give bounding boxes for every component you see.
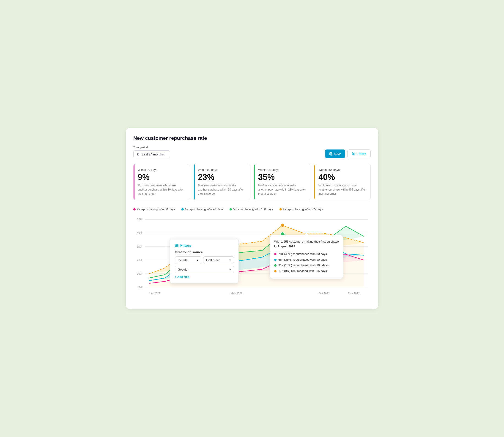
- chart-area: 50% 40% 30% 20% 10% 0% Jan 2022 May 2022…: [133, 215, 371, 302]
- csv-label: CSV: [334, 152, 341, 156]
- metric-value-365: 40%: [319, 172, 366, 182]
- metric-label-30: Within 30 days: [138, 168, 185, 171]
- filter-popup: Filters First touch source Include ▾ Fir…: [170, 239, 239, 283]
- filter-popup-title-text: Filters: [180, 243, 191, 248]
- svg-text:50%: 50%: [137, 218, 143, 221]
- tooltip-dot-365: [274, 270, 277, 272]
- tooltip-header: With 1,953 customers making their first …: [274, 239, 339, 249]
- svg-text:0%: 0%: [138, 286, 142, 289]
- svg-point-27: [175, 244, 176, 245]
- add-rule-button[interactable]: + Add rule: [175, 275, 234, 278]
- source-chevron: ▾: [229, 268, 231, 271]
- source-select[interactable]: Google ▾: [175, 266, 234, 273]
- metric-desc-180: % of new customers who make another purc…: [258, 183, 306, 196]
- tooltip-popup: With 1,953 customers making their first …: [270, 235, 343, 279]
- tooltip-tail: [304, 233, 309, 235]
- filter-row-1: Include ▾ First order ▾: [175, 256, 234, 264]
- svg-point-29: [176, 246, 177, 247]
- tooltip-text-30: 781 (40%) repurchased w/in 30 days: [278, 252, 327, 257]
- metric-desc-30: % of new customers who make another purc…: [138, 183, 185, 196]
- tooltip-row-30: 781 (40%) repurchased w/in 30 days: [274, 252, 339, 257]
- filter-popup-title: Filters: [175, 243, 234, 248]
- legend-dot-365: [280, 208, 282, 210]
- source-value: Google: [178, 268, 187, 271]
- tooltip-text-180: 312 (16%) repurchased w/in 180 days: [278, 263, 329, 268]
- metric-desc-90: % of new customers who make another purc…: [198, 183, 246, 196]
- filter-source-label: First touch source: [175, 250, 234, 254]
- svg-point-4: [352, 152, 353, 153]
- csv-button[interactable]: CSV: [325, 149, 345, 158]
- svg-text:20%: 20%: [137, 258, 143, 262]
- legend-item-30: % repurchasing w/in 30 days: [133, 208, 175, 211]
- legend-item-180: % repurchasing w/in 180 days: [230, 208, 273, 211]
- time-period-value: Last 24 months: [142, 152, 164, 156]
- metric-card-30days: Within 30 days 9% % of new customers who…: [133, 164, 190, 200]
- metric-label-365: Within 365 days: [319, 168, 366, 171]
- metric-cards: Within 30 days 9% % of new customers who…: [133, 164, 371, 200]
- tooltip-text-90: 684 (35%) repurchased w/in 90 days: [278, 258, 327, 262]
- legend-label-30: % repurchasing w/in 30 days: [137, 208, 175, 211]
- top-controls: Time period 🗓 Last 24 months CSV: [133, 146, 371, 158]
- export-icon: [329, 152, 333, 156]
- tooltip-dot-30: [274, 253, 277, 255]
- metric-card-180days: Within 180 days 35% % of new customers w…: [254, 164, 310, 200]
- svg-point-6: [353, 154, 353, 155]
- include-select[interactable]: Include ▾: [175, 256, 201, 264]
- legend-item-365: % repurchasing w/in 365 days: [280, 208, 323, 211]
- data-point-365: [281, 223, 284, 227]
- svg-text:Oct 2022: Oct 2022: [319, 292, 330, 295]
- order-chevron: ▾: [229, 258, 231, 262]
- svg-text:30%: 30%: [137, 245, 143, 248]
- legend-label-90: % repurchasing w/in 90 days: [185, 208, 223, 211]
- include-label: Include: [178, 258, 187, 262]
- tooltip-text-365: 176 (9%) repurchased w/in 365 days: [278, 269, 327, 274]
- include-chevron: ▾: [197, 258, 198, 262]
- svg-text:Nov 2022: Nov 2022: [348, 292, 360, 295]
- main-card: New customer repurchase rate Time period…: [126, 128, 378, 309]
- tooltip-dot-180: [274, 264, 277, 267]
- legend-dot-180: [230, 208, 232, 210]
- legend-label-365: % repurchasing w/in 365 days: [283, 208, 323, 211]
- tooltip-row-90: 684 (35%) repurchased w/in 90 days: [274, 258, 339, 262]
- page-title: New customer repurchase rate: [133, 135, 371, 141]
- legend-dot-90: [181, 208, 184, 210]
- tooltip-row-180: 312 (16%) repurchased w/in 180 days: [274, 263, 339, 268]
- metric-value-30: 9%: [138, 172, 185, 182]
- right-controls: CSV Filters: [325, 149, 371, 158]
- svg-text:May 2022: May 2022: [231, 292, 242, 295]
- time-period-label: Time period: [133, 146, 170, 149]
- filters-icon: [352, 152, 355, 156]
- order-select[interactable]: First order ▾: [203, 256, 234, 264]
- chart-legend: % repurchasing w/in 30 days % repurchasi…: [133, 208, 371, 211]
- svg-point-5: [353, 153, 354, 154]
- metric-value-180: 35%: [258, 172, 306, 182]
- metric-value-90: 23%: [198, 172, 246, 182]
- filter-row-2: Google ▾: [175, 266, 234, 273]
- metric-card-90days: Within 90 days 23% % of new customers wh…: [194, 164, 250, 200]
- metric-label-90: Within 90 days: [198, 168, 246, 171]
- metric-card-365days: Within 365 days 40% % of new customers w…: [314, 164, 371, 200]
- svg-text:10%: 10%: [137, 272, 143, 275]
- time-period-selector[interactable]: 🗓 Last 24 months: [133, 150, 170, 158]
- metric-label-180: Within 180 days: [258, 168, 306, 171]
- svg-point-28: [177, 245, 177, 246]
- legend-dot-30: [133, 208, 136, 210]
- svg-text:Jan 2022: Jan 2022: [149, 292, 160, 295]
- order-label: First order: [206, 258, 220, 262]
- metric-desc-365: % of new customers who make another purc…: [319, 183, 366, 196]
- calendar-icon: 🗓: [137, 152, 140, 156]
- legend-item-90: % repurchasing w/in 90 days: [181, 208, 223, 211]
- filters-button[interactable]: Filters: [347, 149, 371, 158]
- tooltip-dot-90: [274, 259, 277, 261]
- svg-text:40%: 40%: [137, 231, 143, 235]
- tooltip-row-365: 176 (9%) repurchased w/in 365 days: [274, 269, 339, 274]
- filters-label: Filters: [357, 152, 366, 156]
- legend-label-180: % repurchasing w/in 180 days: [233, 208, 273, 211]
- time-period-section: Time period 🗓 Last 24 months: [133, 146, 170, 158]
- filter-popup-icon: [175, 244, 178, 247]
